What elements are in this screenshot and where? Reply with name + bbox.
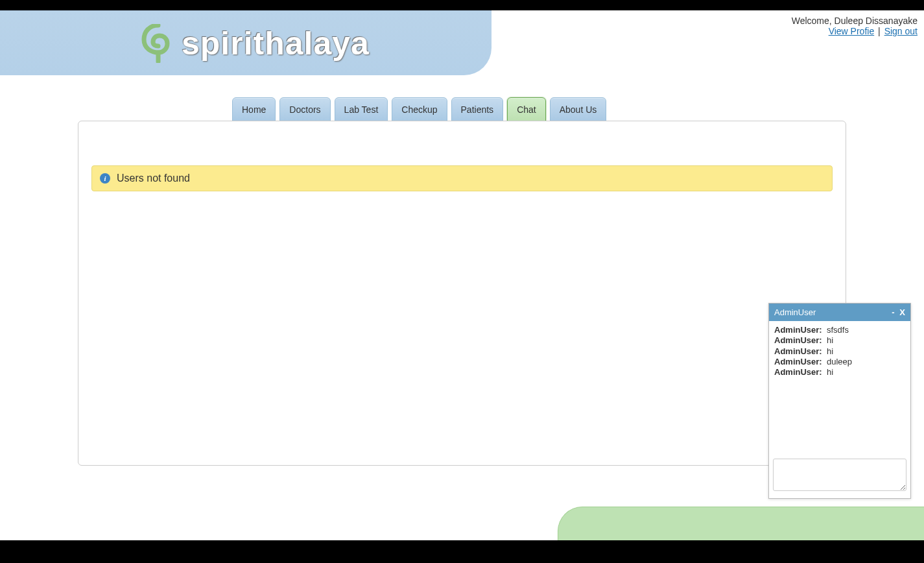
- nav-label: Home: [242, 104, 266, 115]
- brand-title: spirithalaya: [182, 25, 370, 62]
- content-panel: i Users not found: [78, 121, 846, 466]
- nav-bar: Home Doctors Lab Test Checkup Patients C…: [0, 75, 924, 121]
- browser-top-bar: [0, 0, 924, 10]
- chat-close-button[interactable]: X: [899, 307, 905, 317]
- welcome-prefix: Welcome,: [792, 16, 835, 26]
- chat-minimize-button[interactable]: -: [892, 307, 894, 317]
- chat-text: hi: [827, 367, 833, 377]
- nav-label: Patients: [461, 104, 494, 115]
- nav-doctors[interactable]: Doctors: [279, 97, 330, 122]
- nav-label: About Us: [560, 104, 597, 115]
- chat-text: duleep: [827, 357, 852, 366]
- nav-label: Checkup: [401, 104, 437, 115]
- chat-sender: AdminUser:: [774, 357, 822, 366]
- chat-text: sfsdfs: [827, 325, 849, 335]
- nav-aboutus[interactable]: About Us: [550, 97, 607, 122]
- chat-widget: AdminUser - X AdminUser: sfsdfs AdminUse…: [768, 303, 911, 499]
- chat-message: AdminUser: sfsdfs: [774, 325, 905, 335]
- chat-sender: AdminUser:: [774, 367, 822, 377]
- chat-message: AdminUser: duleep: [774, 357, 905, 367]
- chat-header[interactable]: AdminUser - X: [769, 304, 910, 321]
- logo-swirl-icon: [141, 24, 175, 63]
- view-profile-link[interactable]: View Profie: [829, 26, 875, 36]
- browser-bottom-bar: [0, 540, 924, 563]
- user-links: Welcome, Duleep Dissanayake View Profie …: [792, 16, 918, 36]
- chat-text: hi: [827, 335, 833, 345]
- info-alert: i Users not found: [91, 165, 833, 191]
- chat-input-wrap: [769, 455, 910, 498]
- alert-message: Users not found: [117, 173, 190, 184]
- chat-text: hi: [827, 346, 833, 356]
- chat-sender: AdminUser:: [774, 335, 822, 345]
- separator: |: [875, 26, 883, 36]
- nav-labtest[interactable]: Lab Test: [335, 97, 388, 122]
- nav-home[interactable]: Home: [232, 97, 276, 122]
- nav-patients[interactable]: Patients: [451, 97, 504, 122]
- logo-banner: spirithalaya: [0, 10, 492, 75]
- chat-messages[interactable]: AdminUser: sfsdfs AdminUser: hi AdminUse…: [769, 321, 910, 455]
- nav-label: Lab Test: [344, 104, 379, 115]
- nav-checkup[interactable]: Checkup: [392, 97, 447, 122]
- chat-sender: AdminUser:: [774, 346, 822, 356]
- info-icon: i: [100, 173, 110, 184]
- chat-sender: AdminUser:: [774, 325, 822, 335]
- chat-message: AdminUser: hi: [774, 346, 905, 357]
- chat-message: AdminUser: hi: [774, 335, 905, 346]
- chat-title: AdminUser: [774, 307, 816, 317]
- nav-label: Doctors: [289, 104, 320, 115]
- nav-label: Chat: [517, 104, 536, 115]
- footer-accent: [558, 507, 924, 540]
- welcome-text: Welcome, Duleep Dissanayake: [792, 16, 918, 26]
- signout-link[interactable]: Sign out: [884, 26, 918, 36]
- chat-input[interactable]: [773, 459, 906, 491]
- chat-message: AdminUser: hi: [774, 367, 905, 377]
- header: spirithalaya Welcome, Duleep Dissanayake…: [0, 10, 924, 75]
- nav-chat[interactable]: Chat: [507, 97, 546, 122]
- user-name: Duleep Dissanayake: [835, 16, 918, 26]
